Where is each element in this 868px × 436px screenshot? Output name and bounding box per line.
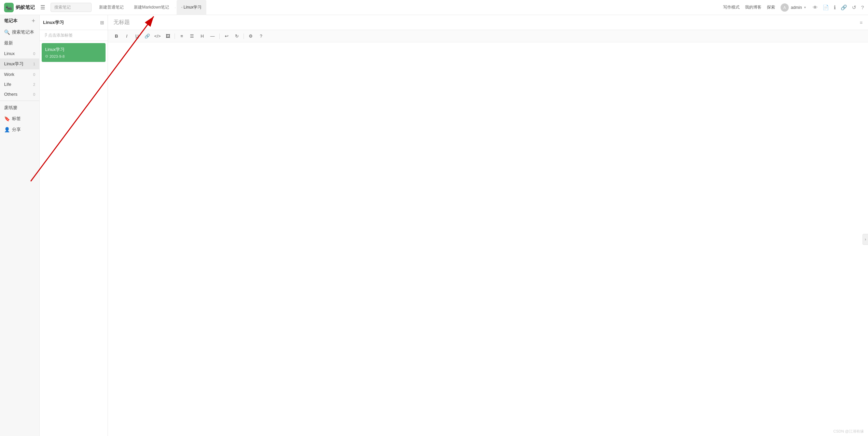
sidebar-trash[interactable]: 废纸篓 — [0, 102, 39, 113]
toolbar-sep-3 — [244, 34, 244, 39]
others-count: 0 — [33, 92, 35, 96]
linux-label: Linux — [4, 51, 33, 56]
editor-area: 无标题 ≡ B I U 🔗 </> 🖼 ≡ ☰ H — ↩ ↻ ⚙ ? › — [108, 15, 868, 436]
sidebar-search[interactable]: 🔍 搜索笔记本 — [0, 27, 39, 38]
work-count: 0 — [33, 72, 35, 77]
work-label: Work — [4, 72, 33, 77]
notes-panel: Linux学习 ⊞ 卩 点击添加标签 Linux学习 ⊙ 2023-9-8 — [40, 15, 108, 436]
underline-btn[interactable]: U — [133, 32, 141, 41]
tags-label: 标签 — [12, 116, 35, 122]
sidebar-divider — [0, 101, 39, 101]
help-icon[interactable]: ? — [861, 4, 864, 10]
topbar: 🐜 蚂蚁笔记 ☰ 搜索笔记 新建普通笔记 新建Markdown笔记 · · Li… — [0, 0, 868, 15]
notes-panel-tags-hint[interactable]: 卩 点击添加标签 — [40, 30, 108, 41]
grid-view-icon[interactable]: ⊞ — [100, 20, 104, 25]
note-date: 2023-9-8 — [50, 54, 65, 58]
add-notebook-btn[interactable]: + — [31, 18, 35, 24]
topbar-icons: 👁 📄 ℹ 🔗 ↺ ? — [813, 4, 864, 11]
tags-hint-text: 卩 点击添加标签 — [43, 32, 73, 38]
sidebar-recent[interactable]: 最新 — [0, 38, 39, 49]
notes-panel-header: Linux学习 ⊞ — [40, 15, 108, 30]
trash-label: 废纸篓 — [4, 105, 35, 111]
sidebar-item-life[interactable]: Life 2 — [0, 79, 39, 89]
user-area[interactable]: A admin ▾ — [781, 3, 806, 12]
linux-learning-label: Linux学习 — [4, 61, 33, 67]
life-label: Life — [4, 82, 33, 87]
editor-title-placeholder[interactable]: 无标题 — [113, 19, 860, 26]
share-label: 分享 — [12, 127, 35, 133]
redo-btn[interactable]: ↻ — [232, 32, 241, 41]
file-icon[interactable]: 📄 — [823, 4, 829, 11]
life-count: 2 — [33, 82, 35, 87]
editor-options-icon[interactable]: ≡ — [860, 20, 863, 25]
unordered-list-btn[interactable]: ☰ — [188, 32, 196, 41]
app-name: 蚂蚁笔记 — [16, 4, 35, 11]
menu-icon[interactable]: ☰ — [40, 4, 45, 11]
preview-icon[interactable]: 👁 — [813, 4, 818, 10]
sidebar-item-linux[interactable]: Linux 0 — [0, 49, 39, 58]
note-card-linux-learning[interactable]: Linux学习 ⊙ 2023-9-8 — [42, 43, 106, 62]
editor-header: 无标题 ≡ — [108, 15, 868, 30]
italic-btn[interactable]: I — [122, 32, 131, 41]
sidebar-item-work[interactable]: Work 0 — [0, 69, 39, 79]
tag-icon: 🔖 — [4, 116, 10, 121]
editor-collapse-btn[interactable]: › — [863, 234, 868, 245]
editor-content[interactable]: › — [108, 42, 868, 436]
collapse-icon: › — [865, 237, 866, 242]
note-date-icon: ⊙ — [45, 54, 48, 58]
heading-btn[interactable]: H — [198, 32, 207, 41]
search-box[interactable]: 搜索笔记 — [51, 3, 92, 12]
toolbar-sep-1 — [175, 34, 175, 39]
settings-btn[interactable]: ⚙ — [246, 32, 255, 41]
ordered-list-btn[interactable]: ≡ — [177, 32, 186, 41]
linux-count: 0 — [33, 52, 35, 56]
sidebar-share[interactable]: 👤 分享 — [0, 124, 39, 135]
logo-area: 🐜 蚂蚁笔记 — [4, 3, 35, 12]
history-icon[interactable]: ↺ — [852, 4, 856, 11]
hr-btn[interactable]: — — [208, 32, 217, 41]
share-icon: 👤 — [4, 127, 10, 132]
logo-icon: 🐜 — [4, 3, 14, 12]
bold-btn[interactable]: B — [112, 32, 121, 41]
sidebar-header: 笔记本 + — [0, 15, 39, 27]
note-card-meta: ⊙ 2023-9-8 — [45, 54, 102, 58]
info-icon[interactable]: ℹ — [834, 4, 836, 11]
user-avatar: A — [781, 3, 789, 12]
note-card-title: Linux学习 — [45, 47, 102, 53]
user-dropdown-icon: ▾ — [804, 5, 806, 9]
toolbar-sep-2 — [219, 34, 220, 39]
sidebar-item-linux-learning[interactable]: Linux学习 1 — [0, 58, 39, 69]
sidebar: 笔记本 + 🔍 搜索笔记本 最新 Linux 0 Linux学习 1 Work … — [0, 15, 40, 436]
code-btn[interactable]: </> — [153, 32, 162, 41]
my-blog-btn[interactable]: 我的博客 — [745, 4, 761, 10]
recent-label: 最新 — [4, 40, 35, 46]
svg-text:🐜: 🐜 — [5, 4, 12, 11]
link-btn[interactable]: 🔗 — [143, 32, 152, 41]
sidebar-tags[interactable]: 🔖 标签 — [0, 113, 39, 124]
notebooks-label: 笔记本 — [4, 18, 31, 24]
editor-toolbar: B I U 🔗 </> 🖼 ≡ ☰ H — ↩ ↻ ⚙ ? — [108, 30, 868, 42]
write-mode-btn[interactable]: 写作模式 — [723, 4, 740, 10]
tab-linux-learning[interactable]: · Linux学习 — [177, 0, 206, 15]
link-icon[interactable]: 🔗 — [841, 4, 847, 11]
topbar-tabs: 新建普通笔记 新建Markdown笔记 · · Linux学习 — [94, 0, 720, 15]
image-btn[interactable]: 🖼 — [163, 32, 172, 41]
tab-new-plain[interactable]: 新建普通笔记 — [94, 0, 128, 15]
main-layout: 笔记本 + 🔍 搜索笔记本 最新 Linux 0 Linux学习 1 Work … — [0, 15, 868, 436]
linux-learning-count: 1 — [33, 62, 35, 66]
topbar-right: 写作模式 我的博客 探索 A admin ▾ — [723, 3, 806, 12]
search-icon: 🔍 — [4, 29, 10, 35]
notes-panel-title: Linux学习 — [43, 19, 98, 26]
undo-btn[interactable]: ↩ — [222, 32, 231, 41]
tab-new-markdown[interactable]: 新建Markdown笔记 — [129, 0, 174, 15]
tab-separator: · — [175, 5, 176, 10]
help-toolbar-btn[interactable]: ? — [257, 32, 265, 41]
user-name: admin — [791, 5, 802, 10]
others-label: Others — [4, 92, 33, 97]
explore-btn[interactable]: 探索 — [767, 4, 775, 10]
sidebar-item-others[interactable]: Others 0 — [0, 89, 39, 99]
search-label: 搜索笔记本 — [12, 29, 35, 35]
